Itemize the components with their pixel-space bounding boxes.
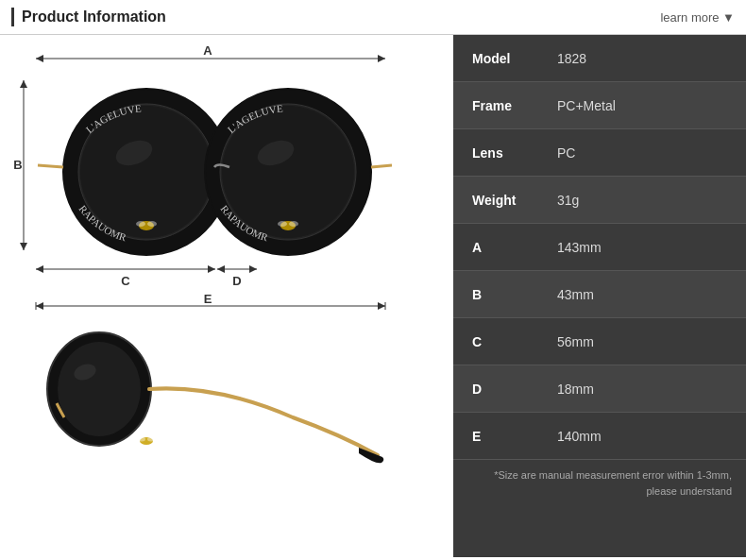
svg-marker-6	[20, 243, 27, 250]
svg-text:E: E	[204, 295, 212, 306]
spec-label: D	[472, 382, 557, 397]
spec-row: D18mm	[453, 365, 746, 413]
spec-value: 18mm	[557, 382, 594, 397]
spec-value: 31g	[557, 193, 579, 208]
main-content: A B L'AGELUVE RAPAUOMR	[0, 35, 746, 557]
title-wrapper: Product Information	[11, 8, 166, 26]
learn-more-button[interactable]: learn more ▼	[660, 10, 735, 25]
svg-marker-2	[378, 55, 385, 62]
svg-text:B: B	[13, 158, 22, 172]
svg-point-44	[138, 437, 145, 442]
svg-text:D: D	[232, 274, 241, 288]
svg-point-45	[147, 437, 155, 442]
svg-marker-37	[36, 302, 43, 310]
svg-text:C: C	[121, 274, 130, 288]
svg-point-41	[58, 342, 141, 436]
spec-table: Model1828FramePC+MetalLensPCWeight31gA14…	[453, 35, 746, 460]
svg-marker-29	[36, 265, 43, 273]
spec-value: 140mm	[557, 429, 602, 444]
svg-marker-34	[249, 265, 257, 273]
svg-marker-33	[217, 265, 225, 273]
spec-value: 143mm	[557, 240, 602, 255]
spec-value: PC+Metal	[557, 98, 616, 113]
spec-label: A	[472, 240, 557, 255]
spec-row: C56mm	[453, 318, 746, 365]
spec-label: Frame	[472, 98, 557, 113]
spec-row: Model1828	[453, 35, 746, 82]
spec-label: E	[472, 429, 557, 444]
spec-value: 43mm	[557, 287, 594, 302]
svg-line-26	[38, 165, 63, 167]
spec-label: Weight	[472, 193, 557, 208]
svg-text:A: A	[203, 44, 212, 58]
svg-point-24	[278, 221, 287, 227]
spec-note: *Size are manual measurement error withi…	[453, 460, 746, 506]
spec-label: C	[472, 334, 557, 349]
svg-marker-30	[208, 265, 215, 273]
spec-label: Lens	[472, 145, 557, 161]
spec-value: 56mm	[557, 334, 594, 349]
right-panel: Model1828FramePC+MetalLensPCWeight31gA14…	[453, 35, 746, 557]
front-view-area: A B L'AGELUVE RAPAUOMR	[9, 44, 444, 295]
spec-value: 1828	[557, 51, 586, 66]
side-view-area: E	[9, 295, 444, 548]
svg-line-27	[371, 165, 392, 167]
spec-value: PC	[557, 145, 575, 161]
spec-row: Weight31g	[453, 177, 746, 224]
side-view-svg: E	[9, 295, 406, 502]
left-panel: A B L'AGELUVE RAPAUOMR	[0, 35, 453, 557]
page-title: Product Information	[22, 8, 166, 25]
title-bar	[11, 8, 14, 26]
spec-row: FramePC+Metal	[453, 82, 746, 129]
spec-row: A143mm	[453, 224, 746, 271]
spec-row: B43mm	[453, 271, 746, 318]
spec-label: Model	[472, 51, 557, 66]
svg-point-15	[136, 221, 145, 227]
svg-marker-38	[378, 302, 385, 310]
spec-label: B	[472, 287, 557, 302]
svg-marker-5	[20, 80, 27, 88]
svg-marker-1	[36, 55, 43, 62]
svg-point-25	[289, 221, 298, 227]
spec-row: E140mm	[453, 413, 746, 460]
front-view-svg: A B L'AGELUVE RAPAUOMR	[9, 44, 406, 295]
header: Product Information learn more ▼	[0, 0, 746, 35]
svg-point-16	[147, 221, 157, 227]
spec-row: LensPC	[453, 129, 746, 177]
